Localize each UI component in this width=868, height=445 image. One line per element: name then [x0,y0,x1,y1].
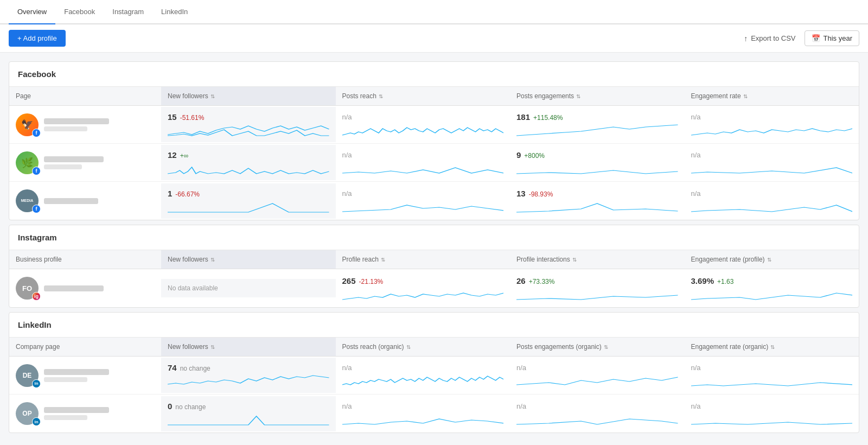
export-csv-button[interactable]: ↑ Export to CSV [744,34,795,43]
sparkline-fb-1-reach [342,121,504,136]
metric-row: 3.69% +1.63 [691,276,853,285]
metric-row: 15 -51.61% [168,112,329,122]
sparkline-fb-2-followers [168,160,329,175]
cell: 26 +73.33% [510,271,685,306]
metric-row: 181 +115.48% [516,112,678,122]
cell: n/a [510,397,685,431]
sparkline-li-2-engagements [516,410,678,425]
table-row: MEDIA f 1 -66.67% n/a [9,182,859,220]
instagram-table-header: Business profile New followers ⇅ Profile… [9,250,859,269]
profile-cell: 🦅 f [9,108,161,142]
engagements-value: n/a [516,364,678,372]
platform-badge-fb3: f [32,205,41,213]
add-profile-button[interactable]: + Add profile [9,30,66,47]
nav-item-instagram[interactable]: Instagram [104,0,152,23]
nav-item-facebook[interactable]: Facebook [55,0,104,23]
calendar-icon: 📅 [812,34,820,42]
sparkline-li-1-engagements [516,372,678,387]
sparkline-fb-1-followers [168,122,329,137]
cell: 181 +115.48% [510,107,685,142]
nav-item-overview[interactable]: Overview [9,0,55,24]
platform-badge-fb2: f [32,167,41,175]
cell-sorted: No data available [161,279,336,297]
sparkline-li-1-rate [691,372,853,387]
fb-col-engagement-rate[interactable]: Engagement rate ⇅ [685,87,859,105]
metric-row: 26 +73.33% [516,276,678,285]
cell: n/a [336,358,510,392]
profile-info [44,198,98,204]
profile-info [44,156,104,169]
followers-change: -51.61% [180,114,205,122]
fb-col-posts-reach[interactable]: Posts reach ⇅ [336,87,510,105]
sparkline-fb-2-reach [342,159,504,174]
sparkline-container [168,122,329,137]
sort-icon-ig-rate: ⇅ [767,257,771,263]
ig-col-new-followers[interactable]: New followers ⇅ [161,250,336,269]
date-filter-button[interactable]: 📅 This year [805,30,859,46]
avatar: MEDIA f [16,189,39,212]
instagram-section: Instagram Business profile New followers… [9,225,859,308]
li-col-engagements[interactable]: Posts engagements (organic) ⇅ [510,338,685,356]
fb-col-posts-engagements[interactable]: Posts engagements ⇅ [510,87,685,105]
sort-icon-ig-reach: ⇅ [381,257,385,263]
sparkline-li-1-reach [342,372,504,387]
engagements-change: -98.93% [529,190,553,198]
avatar: 🌿 f [16,151,39,174]
toolbar-right: ↑ Export to CSV 📅 This year [744,30,859,46]
ig-col-reach[interactable]: Profile reach ⇅ [336,250,510,269]
sparkline-ig-reach [342,285,504,301]
ig-col-rate[interactable]: Engagement rate (profile) ⇅ [685,250,859,269]
cell-sorted: 12 +∞ [161,145,336,180]
cell: n/a [336,107,510,142]
followers-value: 0 [168,402,172,411]
ig-col-profile: Business profile [9,250,161,269]
profile-cell: 🌿 f [9,146,161,180]
cell: n/a [685,358,859,392]
engagements-value: 9 [516,150,521,160]
metric-row: 74 no change [168,363,329,372]
sort-icon-ig-followers: ⇅ [210,257,215,263]
profile-info [44,285,104,291]
sort-icon-li-followers: ⇅ [210,344,215,350]
cell: n/a [685,184,859,218]
ig-col-interactions[interactable]: Profile interactions ⇅ [510,250,685,269]
sparkline-fb-1-engagements [516,122,678,137]
interactions-value: 26 [516,276,526,285]
li-col-reach[interactable]: Posts reach (organic) ⇅ [336,338,510,356]
metric-row: 0 no change [168,402,329,411]
followers-value: 12 [168,150,177,160]
cell: n/a [510,358,685,392]
sparkline-li-2-followers [168,411,329,426]
platform-badge-li2: in [32,417,41,426]
cell: n/a [685,145,859,180]
li-col-new-followers[interactable]: New followers ⇅ [161,338,336,356]
platform-badge-ig: ig [32,292,41,301]
export-label: Export to CSV [751,34,795,42]
table-row: FO ig No data available 265 -21.13% [9,269,859,307]
table-row: 🦅 f 15 -51.61% [9,106,859,144]
main-content: Facebook Page New followers ⇅ Posts reac… [0,53,868,445]
profile-cell: OP in [9,397,161,430]
li-col-page: Company page [9,338,161,356]
profile-cell: FO ig [9,271,161,305]
followers-change: +∞ [180,152,189,160]
sparkline-fb-2-rate [691,159,853,174]
facebook-section: Facebook Page New followers ⇅ Posts reac… [9,61,859,220]
profile-info [44,118,109,131]
profile-info [44,369,109,382]
sort-icon-li-engagements: ⇅ [604,344,608,350]
fb-col-new-followers[interactable]: New followers ⇅ [161,87,336,105]
li-col-rate[interactable]: Engagement rate (organic) ⇅ [685,338,859,356]
rate-value: n/a [691,364,853,372]
interactions-change: +73.33% [529,278,555,285]
reach-value: 265 [342,276,356,285]
engagements-change: +115.48% [533,114,563,122]
sort-icon-li-rate: ⇅ [770,344,775,350]
top-nav: Overview Facebook Instagram LinkedIn [0,0,868,24]
rate-value: n/a [691,189,853,198]
reach-value: n/a [342,189,504,198]
cell-sorted: 0 no change [161,396,336,431]
nav-item-linkedin[interactable]: LinkedIn [152,0,196,23]
reach-value: n/a [342,402,504,410]
instagram-section-title: Instagram [9,225,859,250]
